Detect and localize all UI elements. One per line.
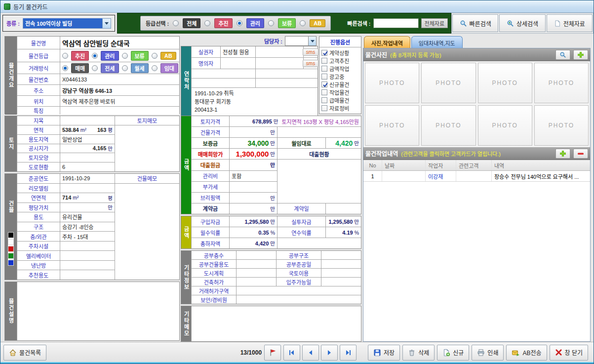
land-official-price-value[interactable]: 4,165만 — [60, 144, 115, 153]
grade-chip-manage[interactable]: 관리 — [246, 18, 264, 28]
value-per-pyeong-value[interactable]: 만 — [60, 203, 115, 212]
color-swatch-green[interactable] — [8, 253, 14, 259]
remodel-value[interactable] — [60, 184, 115, 193]
photo-slot-5[interactable]: PHOTO — [365, 105, 419, 146]
pgrade-radio-hold[interactable] — [122, 53, 128, 59]
save-button[interactable]: 저장 — [368, 345, 400, 361]
previous-record-button[interactable] — [302, 345, 319, 361]
building-permit-value[interactable] — [237, 278, 276, 286]
vat-value[interactable] — [230, 182, 277, 192]
quick-search-input[interactable] — [373, 18, 419, 28]
built-year-value[interactable]: 1991-10-29 — [60, 174, 115, 183]
holder-phone[interactable] — [256, 58, 303, 69]
last-record-button[interactable] — [340, 345, 356, 361]
photo-slot-6[interactable]: PHOTO — [421, 105, 475, 146]
photo-add-button[interactable] — [573, 50, 588, 60]
hvac-value[interactable] — [60, 261, 115, 270]
color-swatch-black[interactable] — [8, 232, 14, 238]
holder-name[interactable] — [221, 58, 255, 69]
grade-radio-ab[interactable] — [300, 20, 306, 26]
worklog-row-1[interactable]: 1 이강재 장승수 전무님 140억으로 요구해서 ... — [363, 171, 590, 182]
land-shape-value[interactable] — [60, 153, 115, 162]
pgrade-chip-hold[interactable]: 보류 — [131, 51, 149, 61]
official-usage-value[interactable] — [237, 260, 276, 268]
photo-slot-2[interactable]: PHOTO — [421, 63, 475, 103]
close-window-button[interactable]: 창 닫기 — [550, 345, 588, 361]
option-contract-status[interactable]: 계약상황 — [321, 49, 359, 57]
monthly-yield-value[interactable]: 0.35% — [230, 227, 277, 238]
land-price-value[interactable]: 678,895만토지면적 163평 X 평당 4,165만원 — [230, 116, 361, 126]
briefing-value[interactable]: 만 — [230, 193, 277, 203]
pgrade-radio-ab[interactable] — [152, 53, 158, 59]
worklog-add-button[interactable] — [555, 149, 570, 159]
option-customer-pursue[interactable]: 고객추진 — [321, 57, 359, 65]
window-titlebar[interactable]: 등기 물건카드 — [0, 0, 594, 13]
grade-radio-pursue[interactable] — [204, 20, 210, 26]
photo-slot-1[interactable]: PHOTO — [365, 63, 419, 103]
deal-chip-jeonse[interactable]: 전세 — [101, 63, 119, 73]
land-memo-area[interactable] — [115, 125, 179, 171]
etc-memo-area[interactable] — [191, 306, 361, 341]
owner-phone[interactable] — [256, 46, 303, 57]
photo-slot-3[interactable]: PHOTO — [478, 63, 532, 103]
option-new-property[interactable]: 신규물건 — [321, 81, 359, 88]
contact-extra-2-right[interactable] — [256, 79, 317, 87]
parking-value[interactable] — [60, 242, 115, 251]
deposit-value[interactable]: 34,000만 — [230, 138, 277, 148]
deal-radio-jeonse[interactable] — [92, 65, 98, 71]
annual-yield-value[interactable]: 4.19% — [326, 227, 361, 238]
pgrade-chip-pursue[interactable]: 추진 — [71, 51, 89, 61]
deal-chip-lease[interactable]: 임대 — [160, 63, 178, 73]
property-no-value[interactable]: X0446133 — [60, 74, 179, 84]
land-area-value[interactable]: 538.84m²163평 — [60, 125, 115, 134]
property-list-button[interactable]: 물건목록 — [3, 345, 46, 361]
photo-slot-8[interactable]: PHOTO — [534, 105, 589, 146]
tab-photos-worklog[interactable]: 사진,작업내역 — [364, 36, 410, 48]
move-in-date-value[interactable] — [321, 278, 361, 286]
pgrade-chip-manage[interactable]: 관리 — [101, 51, 119, 61]
first-record-button[interactable] — [283, 345, 300, 361]
kind-select[interactable]: 전속 100억이상 빌딩 — [23, 18, 111, 29]
next-record-button[interactable] — [321, 345, 338, 361]
road-status-value[interactable]: 6 — [60, 162, 115, 171]
contact-extra-1-right[interactable] — [256, 69, 317, 78]
deal-chip-monthly[interactable]: 월세 — [131, 63, 149, 73]
official-completion-value[interactable] — [321, 260, 361, 268]
pgrade-radio-manage[interactable] — [92, 53, 98, 59]
loan-status-area[interactable] — [277, 160, 361, 202]
option-data-cleanup[interactable]: 자료정비 — [321, 104, 359, 112]
grade-radio-all[interactable] — [173, 20, 179, 26]
grade-chip-ab[interactable]: AB — [310, 19, 325, 27]
contact-extra-2-left[interactable] — [192, 79, 255, 87]
photo-slot-7[interactable]: PHOTO — [478, 105, 532, 146]
chevron-down-icon[interactable] — [308, 37, 316, 45]
photo-zoom-button[interactable] — [555, 50, 570, 60]
grade-chip-pursue[interactable]: 추진 — [214, 18, 232, 28]
option-advertising[interactable]: 광고중 — [321, 73, 359, 81]
contract-date-value[interactable] — [326, 203, 361, 214]
pgrade-radio-pursue[interactable] — [62, 53, 68, 59]
color-swatch-white[interactable] — [8, 239, 14, 245]
flag-button[interactable] — [264, 345, 281, 361]
contact-extra-1-left[interactable] — [192, 69, 255, 78]
print-button[interactable]: 인쇄 — [472, 345, 504, 361]
pgrade-chip-ab[interactable]: AB — [160, 52, 176, 60]
color-swatch-blue[interactable] — [8, 260, 14, 266]
real-invest-value[interactable]: 1,295,580만 — [326, 216, 361, 227]
monthly-rent-value[interactable]: 4,420만 — [326, 138, 361, 148]
loan-principal-value[interactable]: 만 — [230, 160, 277, 170]
option-work-property[interactable]: 작업물건 — [321, 88, 359, 96]
total-defect-value[interactable]: 4,420만 — [230, 238, 277, 248]
building-price-value[interactable]: 만 — [230, 127, 277, 137]
elevator-value[interactable] — [60, 251, 115, 260]
deal-radio-lease[interactable] — [152, 65, 158, 71]
worklog-remove-button[interactable] — [573, 149, 588, 159]
quick-search-all-button[interactable]: 전체자료 — [421, 18, 448, 28]
land-use-value[interactable] — [321, 269, 361, 277]
security-value[interactable] — [237, 295, 361, 304]
color-swatch-red[interactable] — [8, 246, 14, 252]
gross-area-value[interactable]: 714m²평 — [60, 193, 115, 202]
usage-value[interactable]: 유리건물 — [60, 212, 115, 222]
holder-sms-button[interactable]: sms — [303, 60, 318, 67]
grade-chip-hold[interactable]: 보류 — [278, 18, 296, 28]
